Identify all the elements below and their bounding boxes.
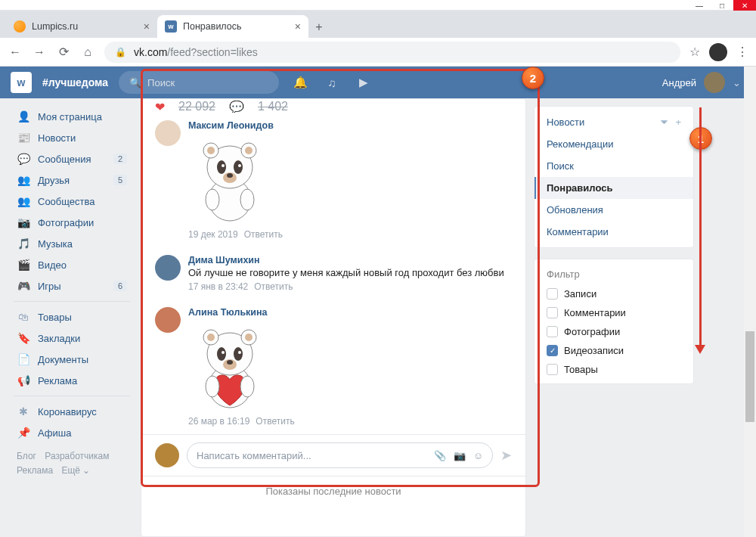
send-icon[interactable]: ➤: [500, 447, 512, 464]
nav-icon: 🎮: [17, 280, 30, 292]
user-name[interactable]: Андрей: [662, 77, 696, 88]
video-play-icon[interactable]: ▶: [353, 76, 374, 89]
checkbox[interactable]: ✓: [547, 345, 558, 356]
filter-checkbox-row[interactable]: Товары: [534, 360, 693, 379]
sidebar-item[interactable]: 👤Моя страница: [11, 106, 133, 127]
filter-label: Записи: [564, 288, 596, 300]
kebab-menu-icon[interactable]: ⋮: [736, 45, 748, 59]
sidebar-item[interactable]: 👥Сообщества: [11, 191, 133, 212]
window-close[interactable]: ✕: [733, 0, 756, 11]
browser-tab-vk[interactable]: w Понравилось ×: [157, 15, 308, 38]
footer-link[interactable]: Разработчикам: [45, 451, 109, 461]
close-icon[interactable]: ×: [144, 20, 150, 33]
tab-label: Понравилось: [547, 182, 612, 194]
comment-date: 19 дек 2019: [188, 229, 238, 240]
filter-checkbox-row[interactable]: ✓Видеозаписи: [534, 341, 693, 360]
svg-point-8: [222, 164, 225, 167]
comment-count: 1 402: [258, 101, 288, 113]
forward-button[interactable]: →: [32, 45, 47, 60]
right-tab[interactable]: Обновления: [534, 199, 693, 221]
reply-link[interactable]: Ответить: [244, 229, 283, 240]
right-tab[interactable]: Понравилось: [534, 177, 693, 199]
sidebar-item[interactable]: 🎬Видео: [11, 254, 133, 275]
profile-avatar[interactable]: [709, 43, 727, 61]
comment-item: Алина Тюлькина 26 мар в 16:19Ответить: [141, 300, 525, 434]
comment-icon[interactable]: 💬: [229, 101, 244, 113]
nav-label: Сообщения: [38, 154, 91, 165]
svg-point-25: [227, 360, 233, 365]
comment-date: 17 янв в 23:42: [188, 281, 248, 292]
reply-link[interactable]: Ответить: [256, 416, 294, 427]
tab-label: Lumpics.ru: [32, 21, 78, 32]
filter-checkbox-row[interactable]: Фотографии: [534, 322, 693, 341]
back-button[interactable]: ←: [8, 45, 23, 60]
bookmark-icon[interactable]: ☆: [689, 45, 700, 59]
scrollbar[interactable]: [744, 67, 756, 537]
filter-icon[interactable]: ⏷: [659, 116, 669, 128]
window-maximize[interactable]: □: [711, 0, 733, 11]
like-count: 22 092: [178, 101, 215, 113]
reload-button[interactable]: ⟳: [56, 45, 71, 60]
checkbox[interactable]: [547, 364, 558, 375]
notifications-icon[interactable]: 🔔: [290, 76, 311, 89]
footer-link[interactable]: Ещё ⌄: [61, 465, 90, 476]
plus-icon[interactable]: +: [675, 116, 681, 128]
avatar[interactable]: [155, 255, 181, 281]
footer-link[interactable]: Реклама: [17, 465, 53, 476]
checkbox[interactable]: [547, 307, 558, 318]
filter-label: Товары: [564, 364, 598, 375]
checkbox[interactable]: [547, 326, 558, 337]
camera-icon[interactable]: 📷: [454, 450, 466, 461]
sidebar-item[interactable]: 📢Реклама: [11, 370, 133, 391]
avatar[interactable]: [155, 120, 181, 146]
sidebar-item[interactable]: 👥Друзья5: [11, 169, 133, 191]
sidebar-item[interactable]: 🔖Закладки: [11, 327, 133, 349]
sidebar-item[interactable]: 🛍Товары: [11, 306, 133, 327]
browser-tab-lumpics[interactable]: Lumpics.ru ×: [6, 15, 157, 38]
reply-link[interactable]: Ответить: [254, 281, 293, 292]
avatar[interactable]: [704, 72, 725, 93]
comment-author[interactable]: Алина Тюлькина: [188, 307, 512, 318]
right-tab[interactable]: Поиск: [534, 155, 693, 177]
sidebar-item[interactable]: 📷Фотографии: [11, 212, 133, 233]
sidebar-item[interactable]: 💬Сообщения2: [11, 148, 133, 169]
filter-checkbox-row[interactable]: Комментарии: [534, 303, 693, 322]
chevron-down-icon[interactable]: ⌄: [733, 77, 741, 88]
right-tab[interactable]: Комментарии: [534, 221, 693, 243]
tab-label: Понравилось: [183, 21, 242, 32]
nav-icon: 📷: [17, 216, 30, 228]
emoji-icon[interactable]: ☺: [473, 450, 483, 461]
music-icon[interactable]: ♫: [321, 76, 342, 89]
comment-author[interactable]: Дима Шумихин: [188, 255, 512, 265]
vk-logo-icon[interactable]: w: [11, 72, 32, 93]
sidebar-item[interactable]: ✱Коронавирус: [11, 401, 133, 422]
window-minimize[interactable]: —: [688, 0, 711, 11]
address-bar[interactable]: 🔒 vk.com/feed?section=likes: [104, 42, 680, 63]
nav-icon: ✱: [17, 405, 30, 417]
search-input[interactable]: 🔍 Поиск: [119, 71, 279, 94]
sidebar-item[interactable]: 📰Новости: [11, 127, 133, 148]
scrollbar-thumb[interactable]: [745, 331, 754, 422]
close-icon[interactable]: ×: [295, 20, 301, 33]
home-button[interactable]: ⌂: [80, 45, 95, 60]
separator: [14, 301, 130, 302]
sidebar-item[interactable]: 📌Афиша: [11, 422, 133, 443]
attach-icon[interactable]: 📎: [434, 450, 446, 461]
comment-input[interactable]: Написать комментарий... 📎 📷 ☺: [187, 442, 493, 468]
filter-checkbox-row[interactable]: Записи: [534, 284, 693, 303]
sidebar-item[interactable]: 🎵Музыка: [11, 233, 133, 254]
comment-author[interactable]: Максим Леонидов: [188, 120, 512, 131]
sidebar-item[interactable]: 📄Документы: [11, 349, 133, 370]
footer-link[interactable]: Блог: [17, 451, 36, 461]
separator: [14, 396, 130, 396]
sidebar-item[interactable]: 🎮Игры6: [11, 275, 133, 296]
vk-hashtag[interactable]: #лучшедома: [42, 76, 108, 88]
new-tab-button[interactable]: +: [308, 17, 330, 38]
right-tab[interactable]: Новости⏷+: [534, 111, 693, 133]
avatar[interactable]: [155, 307, 181, 333]
like-icon[interactable]: ❤: [155, 101, 165, 113]
tab-label: Рекомендации: [547, 138, 614, 150]
tab-label: Поиск: [547, 160, 574, 172]
checkbox[interactable]: [547, 288, 558, 300]
right-tab[interactable]: Рекомендации: [534, 133, 693, 155]
